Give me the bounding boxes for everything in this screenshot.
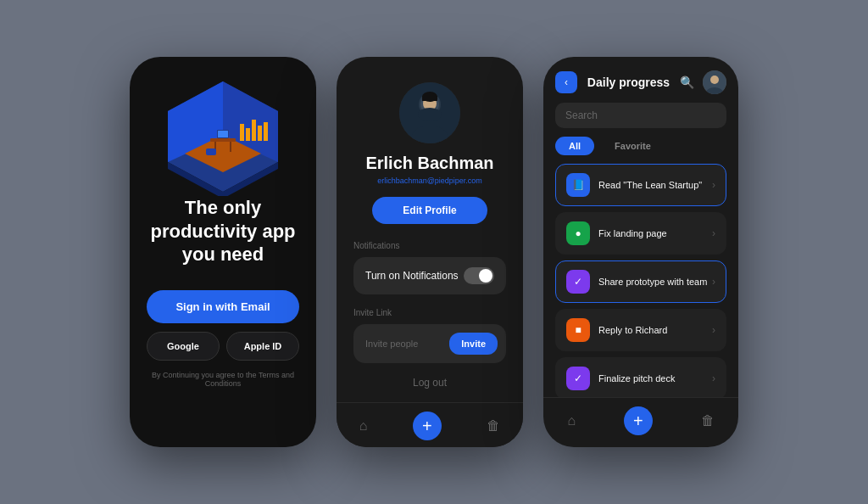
avatar (399, 82, 460, 143)
phone-3: ‹ Daily progress 🔍 Search All Favorite 📘… (543, 57, 738, 447)
task-label: Read "The Lean Startup" (598, 180, 702, 190)
header-right: 🔍 (680, 70, 726, 94)
svg-rect-14 (258, 126, 262, 141)
task-left: ✓ Finalize pitch deck (566, 367, 676, 390)
task-label: Share prototype with team (598, 277, 707, 287)
logout-button[interactable]: Log out (413, 377, 447, 389)
phone3-header: ‹ Daily progress 🔍 (543, 57, 738, 103)
task-icon: ✓ (566, 367, 590, 390)
trash-icon[interactable]: 🗑 (487, 418, 500, 434)
task-left: ● Fix landing page (566, 221, 667, 245)
svg-rect-15 (264, 122, 268, 141)
svg-rect-5 (210, 138, 236, 142)
task-label: Fix landing page (598, 228, 667, 238)
bottom-nav-2: ⌂ + 🗑 (337, 402, 523, 447)
profile-name: Erlich Bachman (365, 154, 493, 173)
svg-rect-12 (246, 128, 250, 141)
svg-point-25 (710, 76, 719, 84)
hero-title: The only productivity app you need (147, 196, 299, 266)
hero-illustration (159, 77, 287, 196)
svg-rect-11 (240, 124, 244, 141)
toggle-knob (479, 269, 492, 283)
task-icon: ● (566, 221, 590, 245)
home-icon[interactable]: ⌂ (359, 418, 368, 434)
task-item[interactable]: ✓ Share prototype with team › (555, 260, 726, 303)
task-list: 📘 Read "The Lean Startup" › ● Fix landin… (543, 164, 738, 397)
task-item[interactable]: 📘 Read "The Lean Startup" › (555, 164, 726, 206)
task-left: 📘 Read "The Lean Startup" (566, 173, 702, 197)
chevron-right-icon: › (712, 227, 715, 239)
chevron-right-icon: › (712, 324, 715, 336)
add-task-button[interactable]: + (624, 406, 653, 435)
task-item[interactable]: ● Fix landing page › (555, 212, 726, 255)
notifications-toggle[interactable] (464, 267, 494, 284)
chevron-right-icon: › (712, 372, 715, 384)
back-button[interactable]: ‹ (555, 71, 577, 93)
phone-2: Erlich Bachman erlichbachman@piedpiper.c… (337, 57, 523, 447)
profile-email: erlichbachman@piedpiper.com (377, 176, 482, 185)
notifications-toggle-label: Turn on Notifications (365, 270, 459, 282)
home-icon-3[interactable]: ⌂ (567, 413, 576, 428)
invite-section-label: Invite Link (353, 308, 392, 317)
chevron-right-icon: › (712, 179, 715, 191)
task-label: Finalize pitch deck (598, 373, 676, 384)
trash-icon-3[interactable]: 🗑 (701, 413, 715, 428)
task-label: Reply to Richard (598, 325, 667, 335)
invite-button[interactable]: Invite (449, 333, 498, 355)
svg-rect-9 (218, 131, 228, 137)
search-icon[interactable]: 🔍 (680, 76, 694, 89)
svg-rect-7 (230, 142, 231, 152)
task-icon: ■ (566, 318, 590, 342)
filter-all[interactable]: All (555, 137, 594, 155)
google-button[interactable]: Google (147, 332, 220, 361)
phone-1: The only productivity app you need Sign … (130, 57, 316, 447)
filter-favorite[interactable]: Favorite (601, 137, 665, 155)
user-avatar-header[interactable] (703, 70, 726, 94)
terms-text: By Continuing you agree to the Terms and… (147, 371, 299, 388)
task-left: ■ Reply to Richard (566, 318, 667, 342)
notifications-row: Turn on Notifications (353, 257, 506, 294)
profile-content: Erlich Bachman erlichbachman@piedpiper.c… (337, 57, 523, 402)
chevron-right-icon: › (712, 276, 715, 288)
task-left: ✓ Share prototype with team (566, 270, 707, 294)
invite-row: Invite people Invite (353, 324, 506, 363)
header-title: Daily progress (587, 76, 670, 89)
task-icon: ✓ (566, 270, 590, 294)
svg-rect-13 (252, 120, 256, 141)
task-item[interactable]: ✓ Finalize pitch deck › (555, 357, 726, 397)
svg-rect-10 (206, 148, 216, 155)
task-item[interactable]: ■ Reply to Richard › (555, 309, 726, 351)
task-icon: 📘 (566, 173, 590, 197)
filter-tabs: All Favorite (543, 137, 738, 155)
svg-rect-23 (422, 96, 437, 101)
edit-profile-button[interactable]: Edit Profile (372, 197, 487, 224)
social-buttons: Google Apple ID (147, 332, 299, 361)
bottom-nav-3: ⌂ + 🗑 (543, 397, 738, 447)
invite-placeholder: Invite people (365, 339, 418, 349)
add-button[interactable]: + (413, 412, 442, 440)
svg-point-21 (418, 108, 442, 121)
sign-in-email-button[interactable]: Sign in with Email (147, 290, 299, 323)
notifications-section-label: Notifications (353, 241, 399, 250)
search-bar[interactable]: Search (555, 103, 726, 128)
apple-id-button[interactable]: Apple ID (226, 332, 299, 361)
